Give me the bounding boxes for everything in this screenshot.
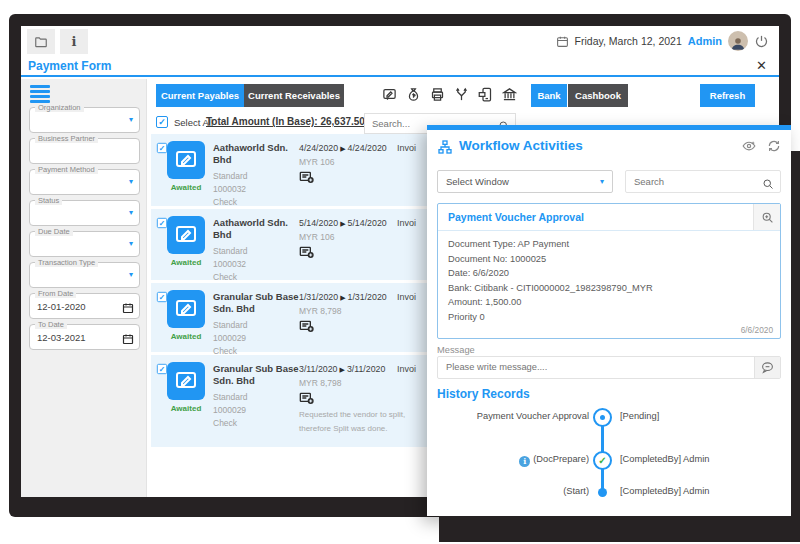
- row-checkbox[interactable]: ✓: [157, 143, 167, 153]
- to-date-input[interactable]: [37, 332, 117, 343]
- chevron-down-icon: ▾: [129, 115, 133, 124]
- close-icon[interactable]: ✕: [756, 58, 767, 73]
- arrow-right-icon: ▶: [340, 220, 345, 227]
- document-add-icon[interactable]: [299, 390, 315, 410]
- workflow-search-input[interactable]: [634, 176, 754, 187]
- filter-status[interactable]: Status ▾: [29, 200, 140, 226]
- zoom-in-button[interactable]: [753, 204, 780, 230]
- row-details: Standard1000032Check: [213, 170, 248, 210]
- select-all-checkbox[interactable]: ✓: [156, 116, 168, 128]
- filter-payment-method[interactable]: Payment Method ▾: [29, 169, 140, 195]
- refresh-button[interactable]: Refresh: [700, 84, 755, 107]
- chevron-down-icon: ▾: [600, 177, 604, 186]
- doc-type: Document Type: AP Payment: [448, 239, 770, 249]
- select-window-dropdown[interactable]: Select Window ▾: [437, 170, 613, 193]
- calendar-icon[interactable]: [122, 300, 134, 318]
- row-checkbox[interactable]: ✓: [157, 292, 167, 302]
- status-badge: Awaited: [161, 332, 211, 341]
- bank-icon[interactable]: [502, 87, 517, 102]
- row-details: Standard1000029Check: [213, 391, 248, 431]
- filter-organization[interactable]: Organization ▾: [29, 107, 140, 133]
- action-icons: [382, 87, 517, 102]
- menu-icon[interactable]: [30, 85, 50, 105]
- timeline-item-docprepare: i(DocPrepare) ✓ [CompletedBy] Admin: [427, 451, 791, 470]
- chevron-down-icon: ▾: [129, 239, 133, 248]
- doc-date: Date: 6/6/2020: [448, 268, 770, 278]
- doc-amount: Amount: 1,500.00: [448, 297, 770, 307]
- calendar-icon[interactable]: [122, 331, 134, 349]
- filter-from-date: From Date: [29, 293, 140, 319]
- document-add-icon[interactable]: [299, 169, 315, 189]
- search-icon[interactable]: [762, 176, 774, 194]
- chevron-down-icon: ▾: [129, 208, 133, 217]
- visibility-icon[interactable]: [742, 139, 756, 153]
- arrow-right-icon: ▶: [340, 294, 345, 301]
- split-icon[interactable]: [454, 87, 469, 102]
- message-box: [437, 356, 781, 379]
- refresh-icon[interactable]: [767, 139, 781, 153]
- bank-button[interactable]: Bank: [531, 84, 567, 107]
- row-dates: 3/11/2020▶3/11/2020: [299, 364, 385, 374]
- row-amount: MYR 106: [299, 157, 334, 167]
- from-date-input[interactable]: [37, 301, 117, 312]
- folder-icon: [34, 35, 48, 49]
- calendar-icon: [556, 35, 569, 48]
- document-add-icon[interactable]: [299, 244, 315, 264]
- payment-note-icon: [167, 216, 205, 254]
- filter-due-date[interactable]: Due Date ▾: [29, 231, 140, 257]
- check-icon: ✓: [159, 219, 165, 228]
- check-icon: ✓: [159, 144, 165, 153]
- chat-bubble-icon: [761, 361, 774, 374]
- message-label: Message: [437, 345, 475, 355]
- row-dates: 4/24/2020▶4/24/2020: [299, 143, 387, 153]
- message-input[interactable]: [446, 362, 736, 372]
- row-dates: 1/31/2020▶1/31/2020: [299, 292, 387, 302]
- check-icon: ✓: [598, 456, 606, 466]
- timeline-item-pending: Payment Voucher Approval [Pending]: [427, 408, 791, 427]
- mobile-payment-icon[interactable]: [478, 87, 493, 102]
- row-amount: MYR 8,798: [299, 306, 342, 316]
- approval-card[interactable]: Payment Voucher Approval Document Type: …: [437, 203, 781, 339]
- row-reference: Invoi: [397, 218, 416, 228]
- top-toolbar: i Friday, March 12, 2021 Admin: [21, 26, 779, 56]
- row-checkbox[interactable]: ✓: [157, 364, 167, 374]
- zoom-in-icon: [761, 211, 774, 224]
- history-timeline: Payment Voucher Approval [Pending] i(Doc…: [427, 408, 791, 508]
- row-amount: MYR 106: [299, 232, 334, 242]
- money-bag-icon[interactable]: [406, 87, 421, 102]
- partner-name: Aathaworld Sdn. Bhd: [213, 217, 303, 242]
- status-badge: Awaited: [161, 404, 211, 413]
- partner-name: Granular Sub Base Sdn. Bhd: [213, 363, 303, 388]
- folder-button[interactable]: [27, 29, 55, 54]
- avatar[interactable]: [728, 31, 748, 51]
- row-details: Standard1000032Check: [213, 245, 248, 285]
- payment-note-icon: [167, 362, 205, 400]
- workflow-search: [625, 170, 781, 193]
- info-button[interactable]: i: [60, 29, 88, 54]
- user-menu[interactable]: Admin: [688, 35, 722, 47]
- filter-sidebar: Organization ▾ Business Partner Payment …: [21, 79, 147, 497]
- filter-business-partner[interactable]: Business Partner: [29, 138, 140, 164]
- filter-to-date: To Date: [29, 324, 140, 350]
- tab-current-receivables[interactable]: Current Receivables: [244, 84, 344, 107]
- filter-transaction-type[interactable]: Transaction Type ▾: [29, 262, 140, 288]
- info-icon[interactable]: i: [519, 456, 530, 467]
- payment-note-icon[interactable]: [382, 87, 397, 102]
- print-icon[interactable]: [430, 87, 445, 102]
- power-icon[interactable]: [754, 34, 769, 49]
- row-reference: Invoi: [397, 292, 416, 302]
- tab-current-payables[interactable]: Current Payables: [156, 84, 244, 107]
- row-dates: 5/14/2020▶5/14/2020: [299, 218, 387, 228]
- doc-bank: Bank: Citibank - CITI0000002_1982398790_…: [448, 283, 770, 293]
- arrow-right-icon: ▶: [340, 145, 345, 152]
- cashbook-button[interactable]: Cashbook: [568, 84, 628, 107]
- payment-note-icon: [167, 141, 205, 179]
- timeline-item-start: (Start) [CompletedBy] Admin: [427, 483, 791, 502]
- send-message-button[interactable]: [754, 357, 780, 378]
- status-badge: Awaited: [161, 183, 211, 192]
- partner-name: Aathaworld Sdn. Bhd: [213, 142, 303, 167]
- row-checkbox[interactable]: ✓: [157, 218, 167, 228]
- chevron-down-icon: ▾: [129, 177, 133, 186]
- document-add-icon[interactable]: [299, 318, 315, 338]
- payment-note-icon: [167, 290, 205, 328]
